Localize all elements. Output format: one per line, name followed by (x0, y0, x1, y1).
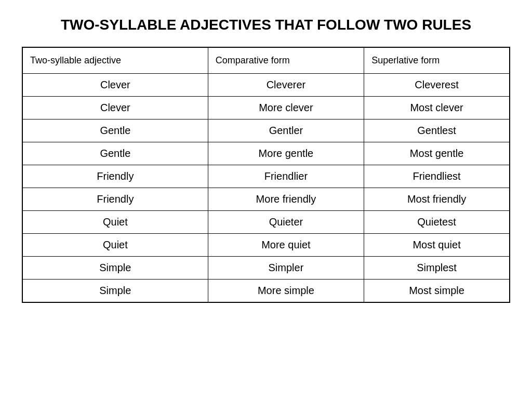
cell-9-0: Simple (22, 280, 208, 303)
cell-9-2: Most simple (364, 280, 510, 303)
cell-5-2: Most friendly (364, 188, 510, 211)
cell-3-2: Most gentle (364, 142, 510, 165)
table-row: SimpleMore simpleMost simple (22, 280, 510, 303)
table-row: GentleMore gentleMost gentle (22, 142, 510, 165)
cell-8-0: Simple (22, 257, 208, 280)
table-row: SimpleSimplerSimplest (22, 257, 510, 280)
table-row: FriendlyMore friendlyMost friendly (22, 188, 510, 211)
cell-1-2: Most clever (364, 97, 510, 119)
cell-5-1: More friendly (208, 188, 364, 211)
table-header-row: Two-syllable adjective Comparative form … (22, 47, 510, 74)
table-row: QuietQuieterQuietest (22, 211, 510, 234)
cell-2-2: Gentlest (364, 119, 510, 142)
table-row: QuietMore quietMost quiet (22, 234, 510, 257)
cell-4-1: Friendlier (208, 165, 364, 188)
cell-3-1: More gentle (208, 142, 364, 165)
cell-0-2: Cleverest (364, 74, 510, 97)
table-row: CleverClevererCleverest (22, 74, 510, 97)
cell-0-1: Cleverer (208, 74, 364, 97)
cell-7-2: Most quiet (364, 234, 510, 257)
cell-4-2: Friendliest (364, 165, 510, 188)
col-header-comparative: Comparative form (208, 47, 364, 74)
cell-9-1: More simple (208, 280, 364, 303)
cell-1-0: Clever (22, 97, 208, 119)
col-header-superlative: Superlative form (364, 47, 510, 74)
cell-6-1: Quieter (208, 211, 364, 234)
cell-8-1: Simpler (208, 257, 364, 280)
cell-2-1: Gentler (208, 119, 364, 142)
cell-7-1: More quiet (208, 234, 364, 257)
cell-0-0: Clever (22, 74, 208, 97)
table-row: CleverMore cleverMost clever (22, 97, 510, 119)
cell-4-0: Friendly (22, 165, 208, 188)
cell-5-0: Friendly (22, 188, 208, 211)
adjectives-table: Two-syllable adjective Comparative form … (22, 47, 510, 303)
cell-2-0: Gentle (22, 119, 208, 142)
table-row: GentleGentlerGentlest (22, 119, 510, 142)
cell-8-2: Simplest (364, 257, 510, 280)
cell-6-2: Quietest (364, 211, 510, 234)
cell-7-0: Quiet (22, 234, 208, 257)
cell-3-0: Gentle (22, 142, 208, 165)
table-wrapper: Two-syllable adjective Comparative form … (22, 47, 510, 303)
cell-1-1: More clever (208, 97, 364, 119)
cell-6-0: Quiet (22, 211, 208, 234)
table-row: FriendlyFriendlierFriendliest (22, 165, 510, 188)
page-title: TWO-SYLLABLE ADJECTIVES THAT FOLLOW TWO … (61, 16, 471, 34)
col-header-adjective: Two-syllable adjective (22, 47, 208, 74)
